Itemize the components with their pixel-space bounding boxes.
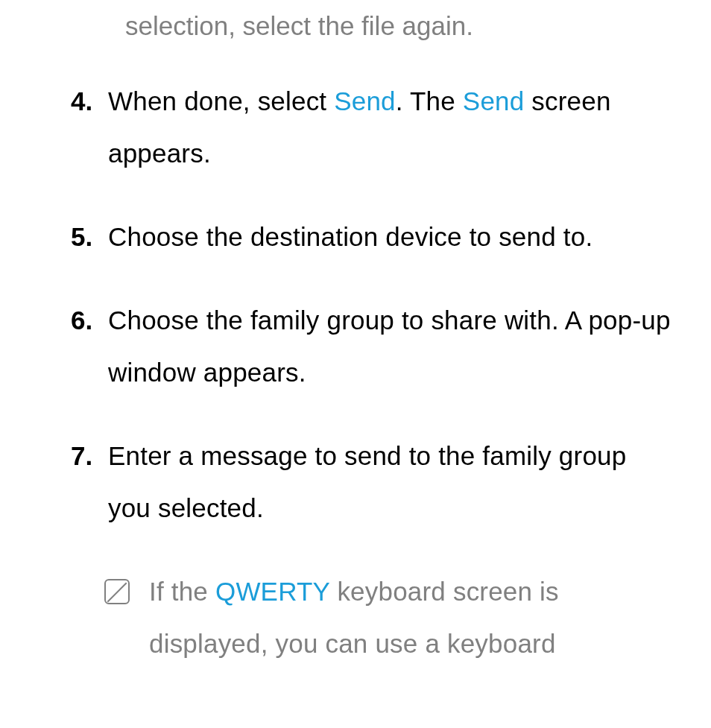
list-number: 4.	[71, 75, 108, 180]
text-part: Choose the destination device to send to…	[108, 222, 592, 251]
list-number: 7.	[71, 430, 108, 534]
list-number: 6.	[71, 294, 108, 399]
text-part: If the	[149, 577, 215, 606]
list-item: 7.Enter a message to send to the family …	[0, 430, 711, 534]
highlight-term: QWERTY	[215, 577, 330, 606]
text-part: Choose the family group to share with. A…	[108, 306, 671, 387]
note-icon-wrap	[104, 566, 149, 670]
list-item: 5.Choose the destination device to send …	[0, 211, 711, 263]
list-body: Choose the family group to share with. A…	[108, 294, 711, 399]
text-part: When done, select	[108, 86, 334, 115]
note-row: If the QWERTY keyboard screen is display…	[0, 566, 711, 670]
text-part: Enter a message to send to the family gr…	[108, 441, 626, 522]
list-body: Enter a message to send to the family gr…	[108, 430, 711, 534]
continuation-text: selection, select the file again.	[125, 7, 711, 44]
note-body: If the QWERTY keyboard screen is display…	[149, 566, 711, 670]
list-body: Choose the destination device to send to…	[108, 211, 711, 263]
text-part: . The	[396, 86, 463, 115]
highlight-term: Send	[463, 86, 525, 115]
list-item: 4.When done, select Send. The Send scree…	[0, 75, 711, 180]
highlight-term: Send	[334, 86, 396, 115]
note-icon	[104, 579, 130, 604]
list-item: 6.Choose the family group to share with.…	[0, 294, 711, 399]
instruction-list: 4.When done, select Send. The Send scree…	[0, 75, 711, 534]
list-body: When done, select Send. The Send screen …	[108, 75, 711, 180]
list-number: 5.	[71, 211, 108, 263]
